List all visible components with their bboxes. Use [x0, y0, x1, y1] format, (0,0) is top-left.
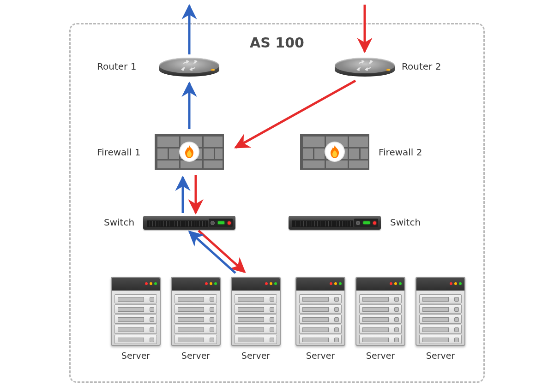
server-1: [111, 277, 161, 346]
switch-1-label: Switch: [104, 217, 134, 228]
firewall-1: [155, 134, 224, 170]
diagram-stage: AS 100: [0, 0, 554, 392]
switch-2: [289, 216, 381, 230]
firewall-1-label: Firewall 1: [97, 147, 141, 158]
server-6-label: Server: [416, 350, 465, 361]
server-5: [355, 277, 405, 346]
switch-2-label: Switch: [390, 217, 421, 228]
flame-icon: [180, 143, 199, 161]
server-5-label: Server: [355, 350, 405, 361]
firewall-2: [300, 134, 369, 170]
server-2: [171, 277, 221, 346]
server-2-label: Server: [171, 350, 221, 361]
switch-1: [143, 216, 235, 230]
server-4-label: Server: [295, 350, 345, 361]
server-1-label: Server: [111, 350, 161, 361]
router-1: [159, 58, 219, 78]
server-3-label: Server: [231, 350, 281, 361]
flame-icon: [325, 143, 344, 161]
server-6: [416, 277, 465, 346]
as-title: AS 100: [0, 35, 554, 51]
server-3: [231, 277, 281, 346]
router-2-label: Router 2: [402, 61, 441, 72]
router-1-label: Router 1: [97, 61, 136, 72]
server-4: [295, 277, 345, 346]
firewall-2-label: Firewall 2: [379, 147, 422, 158]
router-2: [335, 58, 395, 78]
